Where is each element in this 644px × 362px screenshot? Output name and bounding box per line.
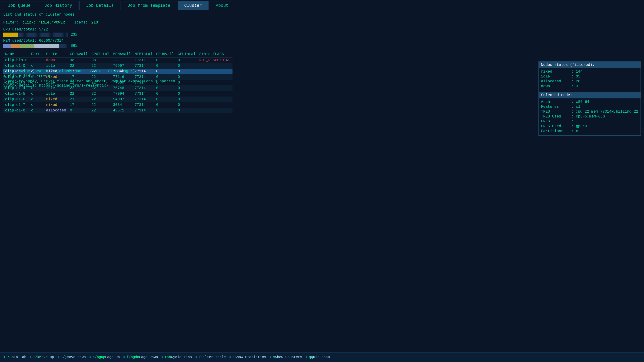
mem-bar-fill2 (11, 44, 20, 48)
table-row[interactable]: clip-c1-5 c idle 22 22 77094 77314 0 0 (3, 91, 232, 97)
bb-sep: ● (269, 355, 271, 359)
tab-job-details[interactable]: Job Details (79, 1, 120, 10)
col-state: State (44, 51, 68, 58)
table-row[interactable]: clip-c1-6 c mixed 21 22 54007 77314 0 0 (3, 97, 232, 102)
cell-gpuavail: 0 (154, 102, 176, 108)
tab-job-queue[interactable]: Job Queue (1, 1, 37, 10)
col-memavail: MEMAvail (111, 51, 133, 58)
stat-colon: : (571, 70, 576, 74)
cell-cputotal: 22 (90, 102, 111, 108)
bb-key-s[interactable]: s (232, 355, 234, 359)
table-row[interactable]: clip-c1-7 c mixed 17 22 3034 77314 0 0 (3, 102, 232, 108)
stat-key: down (541, 84, 571, 88)
cell-name: clip-c1-5 (3, 91, 29, 97)
bottom-bar: 1-6 GoTo Tab●↑/k Move up●↓/j Move down●b… (0, 352, 644, 362)
cell-gpuavail: 0 (154, 63, 176, 69)
bb-key-↓/j[interactable]: ↓/j (61, 355, 67, 359)
selected-info-row: GRES : (541, 119, 638, 124)
cell-cputotal: 22 (90, 91, 111, 97)
info-key: TRES Used (541, 115, 571, 119)
table-row[interactable]: clip-c1-8 c allocated 0 22 43571 77314 0… (3, 108, 232, 113)
cell-flags (198, 80, 232, 85)
cell-gpuavail: 0 (154, 58, 176, 63)
filter-line: Filter: clip-c.*idle.*POWER Items: 210 (3, 21, 641, 25)
mem-bar-container: 86% (3, 44, 641, 48)
cell-flags: NOT_RESPONDING (198, 58, 232, 63)
page-subtitle: List and status of cluster nodes (3, 13, 641, 17)
cell-memavail: 43571 (111, 108, 133, 113)
cpu-bar-fill (3, 33, 18, 37)
cell-memtotal: 77314 (133, 97, 154, 102)
bb-key-tab[interactable]: tab (164, 355, 171, 359)
selected-node-header: Selected node: (539, 92, 640, 98)
col-gpuavail: GPUAvail (154, 51, 176, 58)
nodes-stat-row: mixed : 144 (541, 70, 638, 74)
cell-flags (198, 91, 232, 97)
cell-memavail: 3034 (111, 102, 133, 108)
bb-sep: ● (195, 355, 197, 359)
cell-memavail: 76997 (111, 63, 133, 69)
cell-gputotal: 0 (176, 85, 198, 91)
bb-key-c[interactable]: c (273, 355, 275, 359)
filter-value: clip-c.*idle.*POWER (22, 21, 65, 25)
info-colon: : (571, 105, 576, 109)
mem-bar-fill4 (34, 44, 59, 48)
info-key: Partitions (541, 129, 571, 133)
cell-name: clip-bio-0 (3, 58, 29, 63)
filter-input-value[interactable]: > clip-c.*idle.*POWER (3, 74, 178, 78)
bb-key-/[interactable]: / (198, 355, 201, 359)
cell-state: down (44, 58, 68, 63)
col-cpuavail: CPUAvail (68, 51, 90, 58)
items-label: Items: (74, 21, 88, 25)
cell-flags (198, 97, 232, 102)
bb-label-f/pgdn: Page Down (139, 355, 158, 359)
bb-key-↑/k[interactable]: ↑/k (33, 355, 39, 359)
info-key: GRES Used (541, 124, 571, 128)
tab-cluster[interactable]: Cluster (178, 1, 209, 10)
selected-info-row: Partitions : c (541, 129, 638, 133)
cell-gputotal: 0 (176, 63, 198, 69)
bb-key-b/pgup[interactable]: b/pgup (92, 355, 105, 359)
cell-gputotal: 0 (176, 108, 198, 113)
cell-cputotal: 38 (90, 58, 111, 63)
bb-key-f/pgdn[interactable]: f/pgdn (126, 355, 139, 359)
cell-cputotal: 22 (90, 63, 111, 69)
cell-flags (198, 85, 232, 91)
bb-key-1-6[interactable]: 1-6 (3, 355, 10, 359)
table-row[interactable]: clip-c1-0 c idle 22 22 76997 77314 0 0 (3, 63, 232, 69)
info-colon: : (571, 115, 576, 119)
stat-val: 144 (576, 70, 582, 74)
table-row[interactable]: clip-bio-0 down 38 38 -2 173111 0 0 NOT_… (3, 58, 232, 63)
stat-key: idle (541, 75, 571, 79)
cpu-bar-track (3, 33, 68, 37)
filter-hint1: (Enter to apply, Esc to clear filter and… (3, 79, 178, 84)
cell-state: idle (44, 91, 68, 97)
tab-job-from-template[interactable]: Job from Template (121, 1, 177, 10)
cell-memavail: 77094 (111, 91, 133, 97)
bb-sep: ● (229, 355, 231, 359)
cell-state: mixed (44, 102, 68, 108)
tab-job-history[interactable]: Job History (38, 1, 79, 10)
cell-memtotal: 77314 (133, 108, 154, 113)
filter-input-section: Filter value (search in joined: Name + S… (3, 69, 178, 88)
cpu-bar-rest (18, 33, 68, 37)
info-colon: : (571, 129, 576, 133)
cell-memavail: 54007 (111, 97, 133, 102)
nodes-states-header: Nodes states (filtered): (539, 62, 640, 68)
info-key: TRES (541, 110, 571, 114)
tab-about[interactable]: About (209, 1, 235, 10)
tab-bar: Job Queue Job History Job Details Job fr… (0, 0, 644, 10)
cell-cpuavail: 38 (68, 58, 90, 63)
cell-gpuavail: 0 (154, 108, 176, 113)
info-val: cpu=22,mem=77314M,billing=22 (576, 110, 638, 114)
nodes-stats-content: mixed : 144 idle : 35 allocated : 28 dow… (539, 68, 640, 91)
bb-key-q[interactable]: q (309, 355, 311, 359)
stat-val: 28 (576, 79, 580, 84)
col-part: Part. (29, 51, 44, 58)
bb-sep: ● (123, 355, 125, 359)
bb-label-c: Show Counters (275, 355, 302, 359)
selected-info-row: TRES : cpu=22,mem=77314M,billing=22 (541, 110, 638, 114)
mem-bar-rest (59, 44, 68, 48)
col-gputotal: GPUTotal (176, 51, 198, 58)
cell-gputotal: 0 (176, 74, 198, 80)
